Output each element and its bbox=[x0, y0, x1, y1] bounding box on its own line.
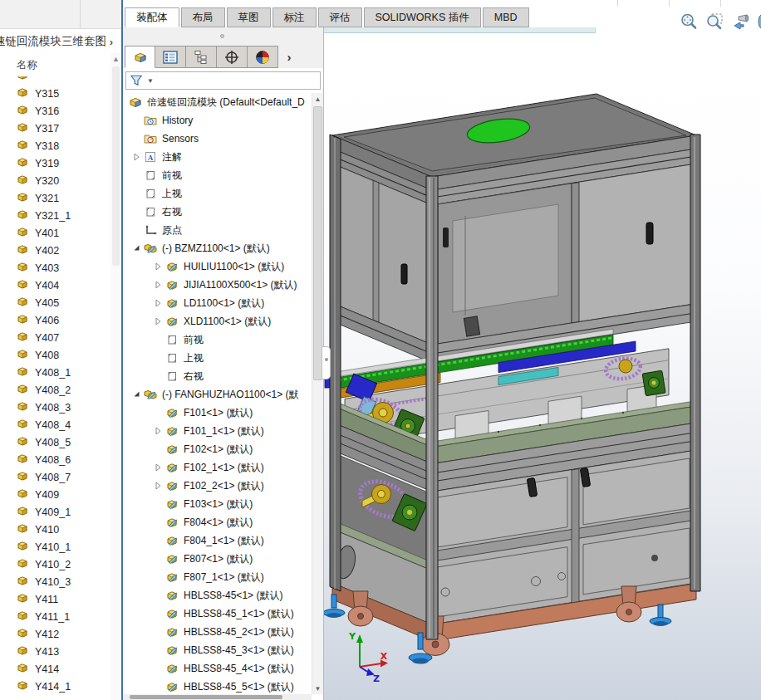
file-item[interactable]: Y408_2 bbox=[0, 381, 110, 399]
file-item[interactable]: Y414_1 bbox=[0, 678, 110, 695]
file-item[interactable]: Y403 bbox=[0, 259, 110, 277]
explorer-scrollbar[interactable]: ▲ bbox=[110, 53, 121, 700]
expand-arrow-icon[interactable] bbox=[151, 427, 164, 435]
ribbon-tab[interactable]: 装配体 bbox=[125, 7, 179, 27]
file-item[interactable]: Y411_1 bbox=[0, 608, 110, 625]
zoom-to-area-button[interactable] bbox=[704, 11, 725, 32]
file-item[interactable]: Y401 bbox=[0, 224, 110, 242]
more-panel-tabs-chevron[interactable]: › bbox=[278, 46, 300, 68]
file-item[interactable]: Y408_5 bbox=[0, 433, 110, 451]
expand-arrow-icon[interactable] bbox=[151, 463, 164, 472]
tree-item[interactable]: A注解 bbox=[123, 148, 312, 166]
tree-item[interactable]: LD1100<1> (默认) bbox=[123, 294, 312, 312]
file-item[interactable]: Y405 bbox=[0, 294, 110, 311]
file-item[interactable]: Y410 bbox=[0, 521, 110, 538]
tree-item[interactable]: 上视 bbox=[123, 184, 312, 203]
tree-item[interactable]: 右视 bbox=[123, 203, 312, 221]
tree-vertical-scrollbar[interactable]: ▲ ▼ bbox=[312, 93, 323, 694]
expand-arrow-icon[interactable] bbox=[130, 153, 143, 161]
configuration-manager-tab[interactable] bbox=[186, 46, 217, 68]
tree-item[interactable]: XLD1100<1> (默认) bbox=[123, 312, 312, 330]
file-item[interactable]: Y408_1 bbox=[0, 364, 110, 381]
file-item[interactable]: Y321 bbox=[0, 189, 110, 207]
tree-item[interactable]: HBLSS8-45_4<1> (默认) bbox=[123, 659, 312, 678]
file-item[interactable]: Y320 bbox=[0, 172, 110, 189]
file-item[interactable]: Y406 bbox=[0, 311, 110, 329]
tree-item[interactable]: 上视 bbox=[123, 349, 312, 367]
tree-item[interactable]: F807<1> (默认) bbox=[123, 550, 312, 568]
tree-item[interactable]: F102_2<1> (默认) bbox=[123, 477, 312, 495]
ribbon-tab[interactable]: 评估 bbox=[318, 7, 362, 27]
tree-item[interactable]: 倍速链回流模块 (Default<Default_D bbox=[123, 93, 312, 111]
tree-item[interactable]: 前视 bbox=[123, 166, 312, 184]
tree-item[interactable]: F807_1<1> (默认) bbox=[123, 568, 312, 586]
tree-item[interactable]: JIJIA1100X500<1> (默认) bbox=[123, 276, 312, 294]
file-item[interactable]: Y410_1 bbox=[0, 538, 110, 556]
scroll-up-icon[interactable]: ▲ bbox=[312, 93, 323, 105]
featuremanager-tree-tab[interactable] bbox=[125, 46, 155, 68]
file-item[interactable]: Y410_2 bbox=[0, 556, 110, 573]
file-item[interactable]: Y409 bbox=[0, 486, 110, 503]
file-item[interactable]: Y408_6 bbox=[0, 451, 110, 468]
tree-item[interactable]: 前视 bbox=[123, 330, 312, 349]
file-item[interactable]: Y412 bbox=[0, 625, 110, 643]
3d-model[interactable]: Y X Z bbox=[324, 33, 761, 700]
section-view-button[interactable] bbox=[755, 11, 761, 32]
file-item[interactable]: Y315 bbox=[0, 85, 110, 102]
file-item[interactable]: Y404 bbox=[0, 277, 110, 294]
tree-item[interactable]: F804_1<1> (默认) bbox=[123, 531, 312, 550]
file-item[interactable]: Y402 bbox=[0, 242, 110, 259]
previous-view-button[interactable] bbox=[729, 11, 751, 32]
dimxpertmanager-tab[interactable] bbox=[217, 46, 248, 68]
file-item[interactable]: Y317 bbox=[0, 120, 110, 137]
tree-item[interactable]: 右视 bbox=[123, 367, 312, 385]
tree-horizontal-scrollbar[interactable] bbox=[123, 694, 312, 700]
panel-splitter-dot[interactable] bbox=[220, 34, 224, 38]
tree-item[interactable]: (-) BZMZ1100<1> (默认) bbox=[123, 239, 312, 257]
file-item[interactable]: Y318 bbox=[0, 137, 110, 154]
tree-item[interactable]: Sensors bbox=[123, 130, 312, 148]
scrollbar-thumb[interactable] bbox=[112, 66, 120, 266]
tree-item[interactable]: (-) FANGHUZHAO1100<1> (默 bbox=[123, 385, 312, 404]
scroll-up-icon[interactable]: ▲ bbox=[110, 53, 121, 64]
file-item[interactable]: Y409_1 bbox=[0, 503, 110, 521]
propertymanager-tab[interactable] bbox=[155, 46, 186, 68]
expand-arrow-icon[interactable] bbox=[151, 482, 164, 490]
expand-arrow-icon[interactable] bbox=[151, 317, 164, 326]
file-item[interactable]: Y410_3 bbox=[0, 573, 110, 590]
breadcrumb-chevron-icon[interactable]: › bbox=[110, 36, 113, 48]
file-item[interactable]: Y408 bbox=[0, 346, 110, 364]
tree-item[interactable]: HBLSS8-45_5<1> (默认) bbox=[123, 678, 312, 694]
file-item[interactable]: Y408_4 bbox=[0, 416, 110, 433]
tree-item[interactable]: F103<1> (默认) bbox=[123, 495, 312, 513]
file-item[interactable]: Y411 bbox=[0, 590, 110, 608]
scrollbar-thumb[interactable] bbox=[130, 695, 282, 699]
explorer-folder-title[interactable]: 速链回流模块三维套图 › bbox=[0, 29, 121, 54]
file-item[interactable]: Y321_1 bbox=[0, 207, 110, 224]
tree-item[interactable]: F101<1> (默认) bbox=[123, 404, 312, 422]
expand-arrow-icon[interactable] bbox=[151, 299, 164, 307]
file-item[interactable]: Y408_7 bbox=[0, 468, 110, 486]
expand-arrow-icon[interactable] bbox=[130, 390, 143, 399]
ribbon-tab[interactable]: 布局 bbox=[181, 7, 225, 27]
displaymanager-tab[interactable] bbox=[248, 46, 278, 68]
ribbon-tab[interactable]: 标注 bbox=[272, 7, 317, 27]
scroll-down-icon[interactable]: ▼ bbox=[312, 683, 323, 694]
zoom-to-fit-button[interactable] bbox=[678, 11, 700, 32]
tree-filter[interactable]: ▼ bbox=[125, 71, 321, 90]
ribbon-tab[interactable]: 草图 bbox=[227, 7, 271, 27]
tree-item[interactable]: HBLSS8-45_1<1> (默认) bbox=[123, 605, 312, 623]
tree-item[interactable]: HBLSS8-45<1> (默认) bbox=[123, 586, 312, 605]
file-item-partial[interactable] bbox=[0, 76, 110, 85]
tree-item[interactable]: HBLSS8-45_2<1> (默认) bbox=[123, 623, 312, 641]
tree-item[interactable]: HBLSS8-45_3<1> (默认) bbox=[123, 641, 312, 659]
panel-flyout-handle[interactable] bbox=[322, 346, 331, 379]
tree-item[interactable]: HUILIU1100<1> (默认) bbox=[123, 257, 312, 276]
filter-dropdown-caret-icon[interactable]: ▼ bbox=[147, 77, 154, 85]
ribbon-tab[interactable]: MBD bbox=[483, 7, 529, 27]
name-column-header[interactable]: 名称 bbox=[0, 54, 121, 76]
tree-item[interactable]: 原点 bbox=[123, 221, 312, 239]
expand-arrow-icon[interactable] bbox=[151, 281, 164, 289]
file-item[interactable]: Y408_3 bbox=[0, 399, 110, 416]
tree-item[interactable]: F804<1> (默认) bbox=[123, 513, 312, 531]
